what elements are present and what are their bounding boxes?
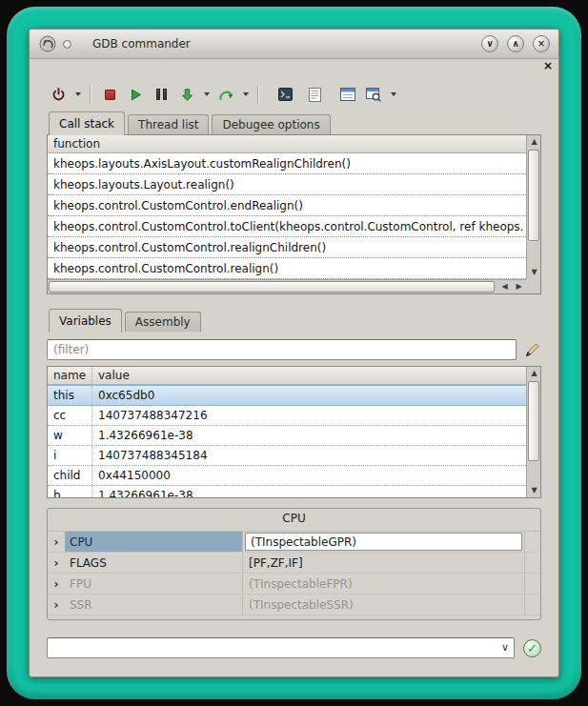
variables-rows: this 0xc65db0 cc 140737488347216 w 1.432… (48, 385, 526, 498)
continue-button[interactable] (124, 83, 147, 106)
tab-debugee-options[interactable]: Debugee options (212, 114, 330, 134)
tab-assembly[interactable]: Assembly (125, 312, 201, 332)
cpu-group-title: CPU (48, 512, 540, 529)
step-over-dropdown[interactable] (240, 83, 251, 106)
register-group-value: [PF,ZF,IF] (242, 553, 524, 573)
inspect-dropdown[interactable] (388, 83, 398, 106)
register-group-name[interactable]: FLAGS (65, 553, 242, 573)
scrollbar-thumb[interactable] (528, 381, 539, 461)
scrollbar-corner (526, 279, 540, 293)
stack-frame-row[interactable]: kheops.control.CustomControl.realignChil… (48, 237, 526, 258)
variable-row[interactable]: b 1.43266961e-38 (48, 486, 526, 498)
row-filler (524, 553, 540, 573)
titlebar-dot-icon (63, 40, 71, 49)
expander-icon[interactable]: › (48, 556, 65, 569)
stack-frame-row[interactable]: kheops.control.CustomControl.realign() (48, 258, 526, 279)
stop-icon (105, 90, 115, 100)
register-group-name[interactable]: SSR (65, 595, 242, 615)
titlebar[interactable]: GDB commander ∨ ∧ × (30, 30, 558, 59)
cpu-tree: › CPU (TInspectableGPR) › FLAGS [PF,ZF,I… (48, 531, 540, 615)
step-over-button[interactable] (214, 83, 237, 106)
stack-frame-row[interactable]: kheops.control.CustomControl.endRealign(… (48, 195, 526, 216)
inspect-button[interactable] (362, 83, 385, 106)
content: Call stack Thread list Debugee options f… (30, 73, 558, 676)
tab-variables[interactable]: Variables (49, 309, 122, 333)
variable-value: 1.43266961e-38 (92, 486, 526, 498)
step-button[interactable] (175, 83, 198, 106)
document-icon (309, 88, 321, 102)
stack-frame-row[interactable]: kheops.layouts.AxisLayout.customRealignC… (48, 153, 526, 174)
call-stack-rows: kheops.layouts.AxisLayout.customRealignC… (48, 153, 526, 279)
tab-call-stack[interactable]: Call stack (49, 111, 125, 135)
step-down-icon (180, 88, 194, 102)
maximize-button[interactable]: ∧ (507, 35, 524, 52)
register-group-value: (TInspectableSSR) (242, 595, 524, 615)
gdb-command-combobox[interactable]: ∨ (47, 637, 515, 658)
chevron-down-icon (243, 92, 249, 96)
horizontal-scrollbar[interactable]: ◀ ▶ (48, 279, 526, 293)
register-group-name[interactable]: FPU (65, 574, 242, 594)
pen-icon[interactable] (522, 340, 541, 359)
app-icon[interactable] (38, 34, 57, 53)
expander-icon[interactable]: › (48, 535, 65, 548)
variable-name: b (48, 486, 92, 498)
column-header-name[interactable]: name (48, 367, 92, 384)
register-group-name[interactable]: CPU (65, 532, 242, 552)
dock-close-icon[interactable]: × (543, 59, 553, 72)
scrollbar-thumb[interactable] (528, 150, 539, 241)
filter-row (47, 339, 541, 360)
expander-icon[interactable]: › (48, 598, 65, 611)
variable-row[interactable]: cc 140737488347216 (48, 406, 526, 426)
scroll-down-icon[interactable]: ▼ (527, 266, 541, 279)
scrollbar-thumb[interactable] (49, 281, 495, 292)
power-button[interactable] (47, 83, 70, 106)
register-value-editbox[interactable]: (TInspectableGPR) (245, 533, 522, 551)
column-header-function[interactable]: function (48, 135, 106, 152)
column-header-value[interactable]: value (92, 367, 526, 384)
stack-frame-row[interactable]: kheops.control.CustomControl.toClient(kh… (48, 216, 526, 237)
variables-panel: name value this 0xc65db0 cc 140737488347… (47, 366, 541, 498)
combo-dropdown-icon[interactable]: ∨ (501, 641, 509, 655)
scroll-right-icon[interactable]: ▶ (512, 280, 526, 293)
cpu-tree-row[interactable]: › SSR (TInspectableSSR) (48, 595, 540, 615)
window-title: GDB commander (92, 37, 191, 50)
send-command-button[interactable]: ✓ (523, 639, 541, 657)
debug-toolbar (47, 78, 541, 111)
call-stack-panel: function kheops.layouts.AxisLayout.custo… (47, 134, 541, 294)
cpu-tree-row[interactable]: › FPU (TInspectableFPR) (48, 574, 540, 595)
minimize-button[interactable]: ∨ (481, 35, 498, 52)
pause-button[interactable] (150, 83, 172, 106)
close-button[interactable]: × (533, 35, 550, 52)
vertical-scrollbar[interactable]: ▲ ▼ (526, 135, 540, 279)
row-filler (524, 595, 540, 615)
register-group-value: (TInspectableFPR) (242, 574, 524, 594)
filter-input[interactable] (47, 339, 517, 360)
variable-row[interactable]: i 140737488345184 (48, 446, 526, 466)
scroll-up-icon[interactable]: ▲ (527, 367, 541, 380)
registers-button[interactable] (336, 83, 359, 106)
stack-frame-row[interactable]: kheops.layouts.Layout.realign() (48, 174, 526, 195)
cpu-tree-row[interactable]: › FLAGS [PF,ZF,IF] (48, 553, 540, 574)
power-dropdown[interactable] (72, 83, 83, 106)
variable-row[interactable]: w 1.43266961e-38 (48, 426, 526, 446)
stop-button[interactable] (98, 83, 121, 106)
scroll-left-icon[interactable]: ◀ (497, 280, 512, 293)
variable-row[interactable]: child 0x44150000 (48, 466, 526, 486)
output-button[interactable] (303, 83, 326, 106)
scroll-up-icon[interactable]: ▲ (527, 135, 541, 149)
scroll-down-icon[interactable]: ▼ (527, 484, 541, 497)
console-button[interactable] (274, 83, 296, 106)
step-dropdown[interactable] (201, 83, 212, 106)
stack-tabbar: Call stack Thread list Debugee options (47, 111, 541, 134)
variable-row[interactable]: this 0xc65db0 (48, 385, 526, 406)
power-icon (51, 88, 66, 102)
cpu-tree-row[interactable]: › CPU (TInspectableGPR) (48, 532, 540, 553)
variable-name: cc (48, 406, 92, 425)
chevron-down-icon (391, 92, 396, 96)
variable-value: 140737488345184 (92, 446, 526, 465)
tab-thread-list[interactable]: Thread list (128, 114, 209, 134)
variable-name: this (48, 386, 92, 405)
vertical-scrollbar[interactable]: ▲ ▼ (526, 367, 540, 497)
expander-icon[interactable]: › (48, 577, 65, 590)
gdb-commander-window: GDB commander ∨ ∧ × × (29, 29, 559, 677)
